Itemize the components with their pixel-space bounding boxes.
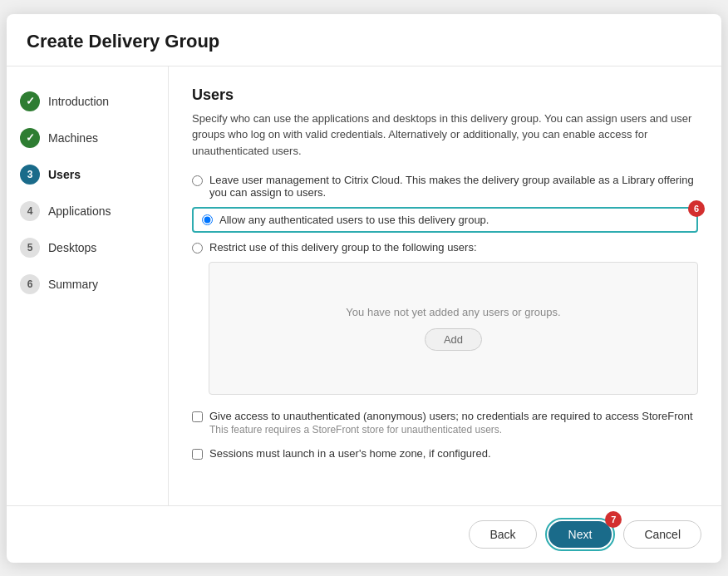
main-content: Users Specify who can use the applicatio… [169,66,721,505]
section-title: Users [192,86,698,104]
checkbox-main-label-unauthenticated: Give access to unauthenticated (anonymou… [209,410,693,422]
sidebar: ✓ Introduction ✓ Machines 3 Users [7,66,169,505]
checkbox-sub-label-unauthenticated: This feature requires a StoreFront store… [209,424,693,436]
badge-next: 7 [605,511,622,528]
radio-option-leave-mgmt: Leave user management to Citrix Cloud. T… [192,174,698,199]
sidebar-item-machines[interactable]: ✓ Machines [7,120,168,156]
step-circle-desktops: 5 [20,238,40,258]
radio-label-allow-any: Allow any authenticated users to use thi… [219,214,489,226]
checkbox-option-unauthenticated: Give access to unauthenticated (anonymou… [192,410,698,436]
sidebar-label-introduction: Introduction [48,95,109,108]
step-circle-introduction: ✓ [20,91,40,111]
radio-restrict[interactable] [192,243,203,254]
dialog-title: Create Delivery Group [27,31,701,52]
step-number-desktops: 5 [27,242,33,254]
create-delivery-group-dialog: Create Delivery Group ✓ Introduction ✓ M… [7,14,721,563]
users-box: You have not yet added any users or grou… [209,262,698,395]
next-button-wrapper: Next 7 [545,518,616,551]
sidebar-item-introduction[interactable]: ✓ Introduction [7,83,168,120]
radio-leave-mgmt[interactable] [192,175,203,186]
checkbox-main-label-home-zone: Sessions must launch in a user's home zo… [209,447,491,460]
check-icon-introduction: ✓ [26,95,35,107]
sidebar-item-users[interactable]: 3 Users [7,156,168,193]
dialog-footer: Back Next 7 Cancel [7,505,721,563]
badge-allow-any: 6 [688,200,705,217]
step-number-applications: 4 [27,205,33,217]
add-users-button[interactable]: Add [425,328,482,351]
sidebar-label-desktops: Desktops [48,241,96,254]
checkbox-option-home-zone: Sessions must launch in a user's home zo… [192,447,698,460]
checkbox-label-group-home-zone: Sessions must launch in a user's home zo… [209,447,491,460]
sidebar-item-applications[interactable]: 4 Applications [7,193,168,229]
step-circle-machines: ✓ [20,128,40,148]
step-number-users: 3 [27,169,33,180]
sidebar-label-users: Users [48,168,81,181]
step-circle-applications: 4 [20,201,40,221]
step-number-summary: 6 [27,278,33,290]
checkbox-home-zone[interactable] [192,449,203,460]
dialog-body: ✓ Introduction ✓ Machines 3 Users [7,66,721,505]
sidebar-item-summary[interactable]: 6 Summary [7,266,168,303]
dialog-header: Create Delivery Group [7,14,721,66]
back-button[interactable]: Back [469,520,536,549]
radio-label-restrict: Restrict use of this delivery group to t… [209,241,477,254]
step-circle-summary: 6 [20,274,40,294]
radio-option-allow-any: Allow any authenticated users to use thi… [192,207,698,233]
radio-allow-any[interactable] [202,214,213,225]
check-icon-machines: ✓ [26,131,35,144]
cancel-button[interactable]: Cancel [623,520,701,549]
next-button[interactable]: Next [548,521,612,548]
radio-label-leave-mgmt: Leave user management to Citrix Cloud. T… [209,174,698,199]
checkbox-unauthenticated[interactable] [192,411,203,422]
step-circle-users: 3 [20,165,40,185]
sidebar-label-machines: Machines [48,131,98,145]
sidebar-label-summary: Summary [48,278,98,291]
checkbox-label-group-unauthenticated: Give access to unauthenticated (anonymou… [209,410,693,436]
users-box-empty-text: You have not yet added any users or grou… [346,306,560,318]
sidebar-label-applications: Applications [48,204,111,218]
sidebar-item-desktops[interactable]: 5 Desktops [7,229,168,266]
radio-option-restrict: Restrict use of this delivery group to t… [192,241,698,254]
section-desc: Specify who can use the applications and… [192,111,698,160]
